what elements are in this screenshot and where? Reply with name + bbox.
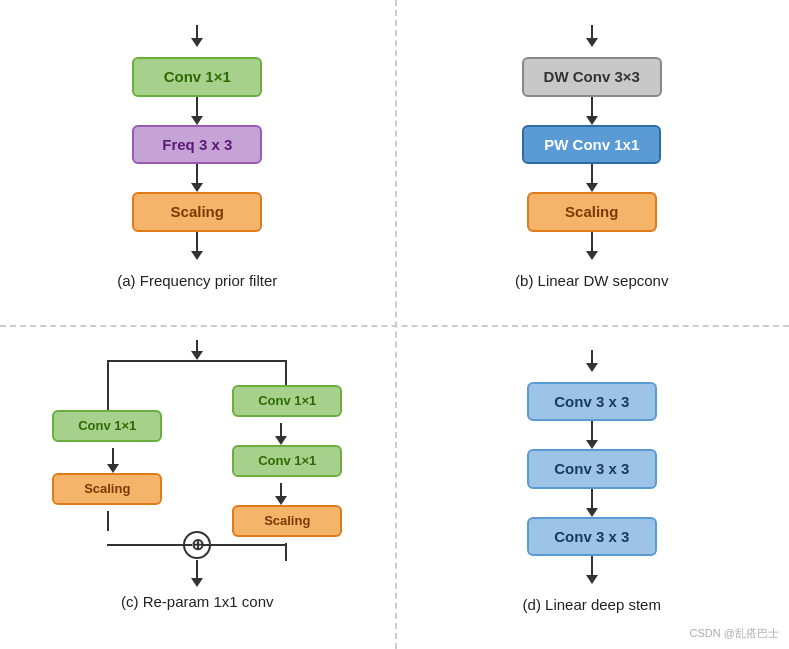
box-conv1x1-a: Conv 1×1	[132, 57, 262, 97]
arrow-a1	[191, 97, 203, 125]
box-scaling-c-left: Scaling	[52, 473, 162, 506]
main-container: Conv 1×1 Freq 3 x 3 Scaling (a) Frequenc…	[0, 0, 789, 649]
caption-b: (b) Linear DW sepconv	[515, 272, 668, 289]
arrow-b1	[586, 97, 598, 125]
caption-d: (d) Linear deep stem	[523, 596, 661, 613]
right-branch-line	[285, 360, 287, 385]
box-freq3x3: Freq 3 x 3	[132, 125, 262, 165]
box-conv3x3-d2: Conv 3 x 3	[527, 449, 657, 489]
quadrant-b: DW Conv 3×3 PW Conv 1x1 Scaling (b) Line…	[395, 0, 790, 325]
watermark: CSDN @乱搭巴士	[690, 626, 779, 641]
box-conv1x1-c-right-mid: Conv 1×1	[232, 445, 342, 478]
qa-content: Conv 1×1 Freq 3 x 3 Scaling	[132, 57, 262, 260]
box-pwconv1x1: PW Conv 1x1	[522, 125, 661, 165]
left-to-sum-line	[107, 544, 192, 546]
qd-content: Conv 3 x 3 Conv 3 x 3 Conv 3 x 3	[527, 382, 657, 585]
box-dwconv3x3: DW Conv 3×3	[522, 57, 662, 97]
caption-c: (c) Re-param 1x1 conv	[121, 593, 274, 610]
arrow-c-right2	[275, 483, 287, 505]
arrow-b3	[586, 232, 598, 260]
box-scaling-b: Scaling	[527, 192, 657, 232]
caption-a: (a) Frequency prior filter	[117, 272, 277, 289]
arrow-d3	[586, 556, 598, 584]
right-to-sum-line	[202, 544, 287, 546]
arrow-top-b	[586, 25, 598, 47]
arrow-a2	[191, 164, 203, 192]
arrow-c-left	[107, 448, 119, 473]
arrow-top-c	[191, 340, 203, 360]
quadrant-d: Conv 3 x 3 Conv 3 x 3 Conv 3 x 3 (d) Lin…	[395, 325, 790, 650]
left-branch-line	[107, 360, 109, 410]
box-scaling-a: Scaling	[132, 192, 262, 232]
box-conv3x3-d3: Conv 3 x 3	[527, 517, 657, 557]
left-bottom-line	[107, 511, 109, 531]
arrow-a3	[191, 232, 203, 260]
box-scaling-c-right: Scaling	[232, 505, 342, 538]
arrow-d1	[586, 421, 598, 449]
quadrant-c: Conv 1×1 Scaling Conv 1×1	[0, 325, 395, 650]
quadrant-a: Conv 1×1 Freq 3 x 3 Scaling (a) Frequenc…	[0, 0, 395, 325]
box-conv1x1-c-left: Conv 1×1	[52, 410, 162, 443]
arrow-b2	[586, 164, 598, 192]
qc-diagram: Conv 1×1 Scaling Conv 1×1	[47, 340, 347, 570]
split-line	[107, 360, 287, 362]
arrow-top-a	[191, 25, 203, 47]
qb-content: DW Conv 3×3 PW Conv 1x1 Scaling	[522, 57, 662, 260]
arrow-d2	[586, 489, 598, 517]
arrow-c-right1	[275, 423, 287, 445]
box-conv3x3-d1: Conv 3 x 3	[527, 382, 657, 422]
box-conv1x1-c-right-top: Conv 1×1	[232, 385, 342, 418]
arrow-top-d	[586, 350, 598, 372]
